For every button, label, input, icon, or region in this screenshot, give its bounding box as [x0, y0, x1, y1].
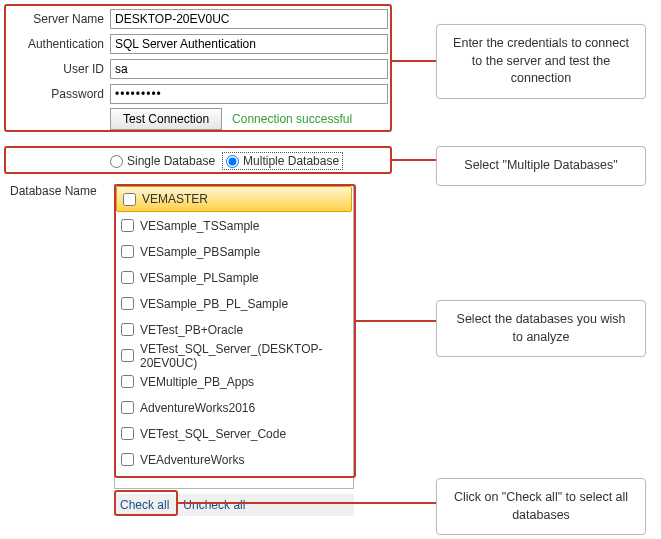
database-checkbox[interactable]	[121, 453, 134, 466]
list-item[interactable]: VETest_SQL_Server_(DESKTOP-20EV0UC)	[115, 343, 353, 369]
list-item[interactable]: VETest_SQL_Server_Code	[115, 421, 353, 447]
database-checkbox[interactable]	[121, 323, 134, 336]
connection-form: Server Name Authentication User ID Passw…	[8, 8, 388, 172]
database-item-label: VEAdventureWorks	[140, 453, 245, 467]
database-checkbox[interactable]	[121, 427, 134, 440]
database-checkbox[interactable]	[121, 375, 134, 388]
database-item-label: VETest_SQL_Server_Code	[140, 427, 286, 441]
list-item[interactable]: AdventureWorks2016	[115, 395, 353, 421]
multiple-database-radio[interactable]: Multiple Database	[223, 153, 342, 169]
check-links-row: Check all Uncheck all	[114, 494, 354, 516]
check-all-link[interactable]: Check all	[120, 498, 169, 512]
database-name-label: Database Name	[8, 184, 110, 198]
user-id-input[interactable]	[110, 59, 388, 79]
list-item[interactable]: VEMASTER	[116, 186, 352, 212]
database-item-label: VESample_TSSample	[140, 219, 259, 233]
database-item-label: VESample_PB_PL_Sample	[140, 297, 288, 311]
callout-mode: Select "Multiple Databases"	[436, 146, 646, 186]
database-checkbox[interactable]	[121, 349, 134, 362]
list-item[interactable]: VEAdventureWorks	[115, 447, 353, 473]
database-item-label: VESample_PBSample	[140, 245, 260, 259]
test-connection-button[interactable]: Test Connection	[110, 108, 222, 130]
connection-status: Connection successful	[232, 112, 352, 126]
callout-list: Select the databases you wish to analyze	[436, 300, 646, 357]
server-name-input[interactable]	[110, 9, 388, 29]
database-item-label: VEMASTER	[142, 192, 208, 206]
database-checkbox[interactable]	[121, 297, 134, 310]
server-name-label: Server Name	[8, 12, 110, 26]
database-list[interactable]: VEMASTER VESample_TSSample VESample_PBSa…	[114, 184, 354, 489]
callout-creds: Enter the credentials to connect to the …	[436, 24, 646, 99]
list-item[interactable]: VESample_PBSample	[115, 239, 353, 265]
database-checkbox[interactable]	[121, 245, 134, 258]
database-item-label: VESample_PLSample	[140, 271, 259, 285]
database-item-label: VETest_PB+Oracle	[140, 323, 243, 337]
connector-line	[356, 320, 436, 322]
connector-line	[392, 159, 436, 161]
password-label: Password	[8, 87, 110, 101]
database-item-label: VETest_SQL_Server_(DESKTOP-20EV0UC)	[140, 342, 347, 370]
db-mode-group: Single Database Multiple Database	[8, 150, 388, 172]
database-item-label: VEMultiple_PB_Apps	[140, 375, 254, 389]
callout-checkall: Click on "Check all" to select all datab…	[436, 478, 646, 535]
single-database-label: Single Database	[127, 154, 215, 168]
user-id-label: User ID	[8, 62, 110, 76]
database-checkbox[interactable]	[123, 193, 136, 206]
connector-line	[392, 60, 436, 62]
auth-label: Authentication	[8, 37, 110, 51]
list-item[interactable]: VEMultiple_PB_Apps	[115, 369, 353, 395]
list-item[interactable]: VESample_TSSample	[115, 213, 353, 239]
list-item[interactable]: VESample_PB_PL_Sample	[115, 291, 353, 317]
single-database-radio[interactable]: Single Database	[110, 154, 215, 168]
list-item[interactable]: VETest_PB+Oracle	[115, 317, 353, 343]
multiple-database-label: Multiple Database	[243, 154, 339, 168]
password-input[interactable]	[110, 84, 388, 104]
database-item-label: AdventureWorks2016	[140, 401, 255, 415]
database-checkbox[interactable]	[121, 271, 134, 284]
uncheck-all-link[interactable]: Uncheck all	[183, 498, 245, 512]
list-item[interactable]: VESample_PLSample	[115, 265, 353, 291]
database-checkbox[interactable]	[121, 219, 134, 232]
database-checkbox[interactable]	[121, 401, 134, 414]
auth-input[interactable]	[110, 34, 388, 54]
connector-line	[178, 502, 436, 504]
